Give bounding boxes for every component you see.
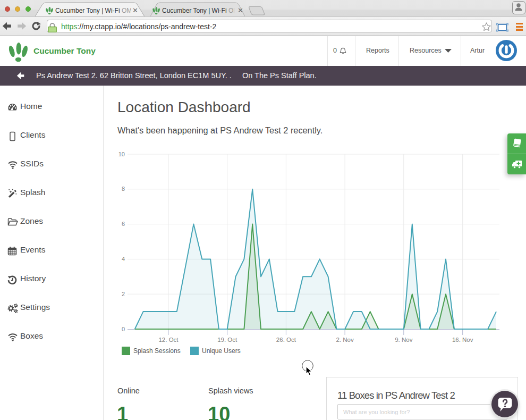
svg-text:26. Oct: 26. Oct — [276, 337, 296, 343]
svg-text:2: 2 — [122, 291, 125, 297]
svg-text:4: 4 — [122, 256, 125, 262]
svg-text:10: 10 — [118, 151, 125, 157]
svg-text:8: 8 — [122, 186, 125, 192]
svg-text:16. Nov: 16. Nov — [452, 337, 473, 343]
svg-text:12. Oct: 12. Oct — [158, 337, 179, 343]
svg-text:6: 6 — [122, 221, 125, 227]
svg-text:0: 0 — [122, 326, 125, 332]
svg-text:19. Oct: 19. Oct — [217, 337, 237, 343]
svg-text:9. Nov: 9. Nov — [395, 337, 412, 343]
svg-text:2. Nov: 2. Nov — [336, 337, 353, 343]
